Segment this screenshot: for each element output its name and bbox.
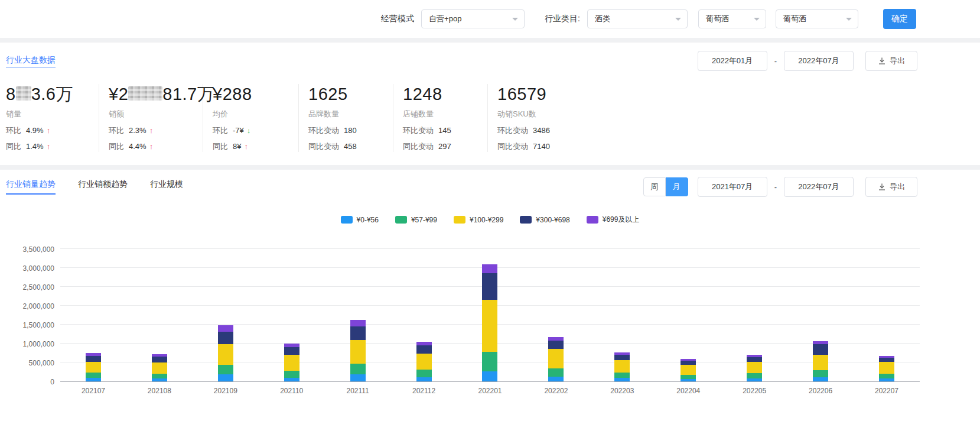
- bar-segment[interactable]: [416, 377, 432, 381]
- bar-segment[interactable]: [614, 378, 630, 381]
- bar-group[interactable]: [854, 250, 920, 381]
- bar-segment[interactable]: [548, 341, 564, 349]
- legend-item[interactable]: ¥699及以上: [587, 215, 640, 225]
- overview-date-start[interactable]: 2022年01月: [698, 51, 767, 71]
- bar-segment[interactable]: [681, 361, 696, 365]
- bar-segment[interactable]: [482, 352, 497, 371]
- trend-date-end[interactable]: 2022年07月: [784, 177, 854, 197]
- stacked-bar[interactable]: [218, 325, 233, 381]
- stacked-bar[interactable]: [614, 352, 630, 381]
- stacked-bar[interactable]: [548, 337, 564, 381]
- bar-segment[interactable]: [218, 325, 233, 331]
- bar-group[interactable]: [589, 250, 655, 381]
- bar-segment[interactable]: [614, 373, 630, 378]
- month-toggle-button[interactable]: 月: [666, 177, 688, 196]
- bar-segment[interactable]: [218, 332, 233, 344]
- bar-segment[interactable]: [416, 354, 432, 370]
- bar-segment[interactable]: [681, 375, 696, 379]
- bar-segment[interactable]: [548, 377, 564, 381]
- bar-segment[interactable]: [350, 326, 366, 341]
- bar-segment[interactable]: [548, 349, 564, 368]
- bar-segment[interactable]: [747, 373, 762, 378]
- bar-segment[interactable]: [218, 374, 233, 381]
- overview-title-link[interactable]: 行业大盘数据: [6, 55, 56, 67]
- bar-segment[interactable]: [416, 370, 432, 377]
- legend-item[interactable]: ¥100-¥299: [454, 215, 503, 225]
- bar-segment[interactable]: [416, 345, 432, 354]
- bar-segment[interactable]: [747, 357, 762, 362]
- bar-group[interactable]: [60, 250, 126, 381]
- stacked-bar[interactable]: [879, 356, 894, 381]
- overview-date-end[interactable]: 2022年07月: [784, 51, 854, 71]
- bar-group[interactable]: [391, 250, 457, 381]
- bar-segment[interactable]: [879, 362, 894, 374]
- bar-segment[interactable]: [86, 373, 101, 378]
- bar-segment[interactable]: [548, 368, 564, 377]
- bar-segment[interactable]: [284, 347, 299, 355]
- bar-segment[interactable]: [614, 355, 630, 360]
- sub-sub-category-select[interactable]: 葡萄酒: [776, 9, 858, 28]
- bar-segment[interactable]: [152, 357, 167, 362]
- tab-industry-sales-volume-trend[interactable]: 行业销量趋势: [6, 179, 56, 195]
- stacked-bar[interactable]: [416, 342, 432, 381]
- stacked-bar[interactable]: [813, 341, 828, 381]
- bar-group[interactable]: [126, 250, 193, 381]
- bar-segment[interactable]: [813, 377, 828, 381]
- stacked-bar[interactable]: [86, 353, 101, 381]
- week-toggle-button[interactable]: 周: [643, 177, 666, 196]
- bar-segment[interactable]: [350, 340, 366, 364]
- bar-segment[interactable]: [747, 362, 762, 373]
- legend-item[interactable]: ¥300-¥698: [520, 215, 569, 225]
- bar-group[interactable]: [193, 250, 259, 381]
- bar-segment[interactable]: [284, 371, 299, 378]
- bar-segment[interactable]: [482, 264, 497, 273]
- bar-segment[interactable]: [482, 273, 497, 300]
- tab-industry-sales-amount-trend[interactable]: 行业销额趋势: [78, 179, 128, 195]
- trend-export-button[interactable]: 导出: [865, 177, 917, 197]
- sub-category-select[interactable]: 葡萄酒: [698, 9, 766, 28]
- bar-segment[interactable]: [681, 365, 696, 375]
- bar-group[interactable]: [325, 250, 391, 381]
- confirm-button[interactable]: 确定: [883, 9, 916, 29]
- bar-group[interactable]: [259, 250, 325, 381]
- trend-date-start[interactable]: 2021年07月: [698, 177, 767, 197]
- legend-item[interactable]: ¥57-¥99: [395, 215, 437, 225]
- bar-segment[interactable]: [152, 362, 167, 374]
- bar-segment[interactable]: [813, 344, 828, 354]
- stacked-bar[interactable]: [152, 354, 167, 381]
- bar-segment[interactable]: [879, 358, 894, 362]
- bar-segment[interactable]: [284, 378, 299, 381]
- category-select[interactable]: 酒类: [587, 9, 688, 28]
- mode-select[interactable]: 自营+pop: [421, 9, 525, 28]
- legend-item[interactable]: ¥0-¥56: [341, 215, 379, 225]
- bar-segment[interactable]: [350, 320, 366, 326]
- bar-group[interactable]: [655, 250, 721, 381]
- bar-group[interactable]: [787, 250, 854, 381]
- bar-segment[interactable]: [614, 360, 630, 373]
- overview-export-button[interactable]: 导出: [865, 51, 917, 71]
- bar-group[interactable]: [457, 250, 523, 381]
- bar-group[interactable]: [721, 250, 787, 381]
- bar-segment[interactable]: [86, 356, 101, 362]
- bar-segment[interactable]: [152, 374, 167, 378]
- bar-group[interactable]: [523, 250, 589, 381]
- bar-segment[interactable]: [747, 378, 762, 381]
- bar-segment[interactable]: [879, 374, 894, 378]
- bar-segment[interactable]: [284, 355, 299, 371]
- stacked-bar[interactable]: [350, 320, 366, 381]
- stacked-bar[interactable]: [482, 264, 497, 381]
- bar-segment[interactable]: [350, 364, 366, 375]
- bar-segment[interactable]: [86, 362, 101, 373]
- bar-segment[interactable]: [218, 344, 233, 365]
- bar-segment[interactable]: [813, 355, 828, 371]
- bar-segment[interactable]: [813, 370, 828, 377]
- tab-industry-scale[interactable]: 行业规模: [150, 179, 183, 195]
- bar-segment[interactable]: [482, 371, 497, 381]
- stacked-bar[interactable]: [284, 344, 299, 381]
- stacked-bar[interactable]: [681, 359, 696, 381]
- bar-segment[interactable]: [482, 300, 497, 352]
- bar-segment[interactable]: [152, 378, 167, 381]
- bar-segment[interactable]: [681, 379, 696, 381]
- bar-segment[interactable]: [879, 378, 894, 381]
- bar-segment[interactable]: [350, 374, 366, 381]
